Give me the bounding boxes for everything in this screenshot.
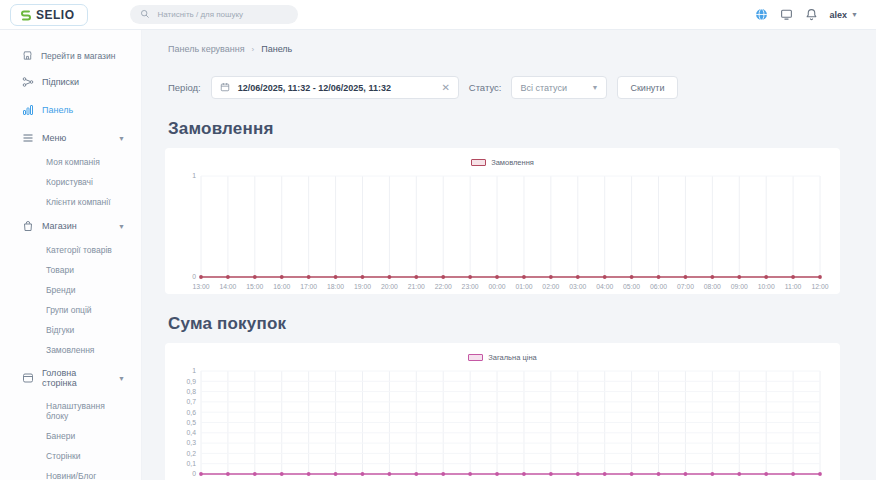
breadcrumb-item[interactable]: Панель керування (168, 44, 245, 54)
sidebar-subitem[interactable]: Клієнти компанії (0, 192, 141, 212)
sidebar-subitem[interactable]: Категорії товарів (0, 240, 141, 260)
svg-text:21:00: 21:00 (408, 283, 425, 290)
go-to-store-link[interactable]: Перейти в магазин (22, 50, 141, 62)
filters-bar: Період: 12/06/2025, 11:32 - 12/06/2025, … (168, 76, 876, 99)
main-content: Панель керування›Панель Період: 12/06/20… (142, 30, 876, 480)
sidebar-subitem[interactable]: Замовлення (0, 340, 141, 360)
sidebar-item-3[interactable]: Магазин▼ (0, 212, 141, 240)
orders-chart-legend: Замовлення (173, 154, 832, 170)
legend-swatch (468, 354, 483, 361)
sidebar-item-label: Меню (42, 133, 110, 143)
legend-label: Замовлення (491, 158, 534, 167)
purchases-chart-legend: Загальна ціна (173, 349, 832, 365)
svg-text:14:00: 14:00 (219, 283, 236, 290)
svg-text:1: 1 (192, 172, 196, 179)
svg-text:0,1: 0,1 (187, 460, 197, 467)
chevron-down-icon: ▼ (118, 375, 125, 382)
monitor-icon[interactable] (780, 8, 793, 21)
logo-text: SELIO (36, 8, 75, 22)
period-date-input[interactable]: 12/06/2025, 11:32 - 12/06/2025, 11:32 ✕ (211, 76, 459, 99)
menu-lines-icon (22, 132, 34, 144)
svg-text:15:00: 15:00 (246, 283, 263, 290)
sidebar-item-label: Головна сторінка (42, 368, 110, 388)
svg-text:16:00: 16:00 (273, 283, 290, 290)
purchases-chart: 10,90,80,70,60,50,40,30,20,1013:0014:001… (173, 365, 832, 480)
reset-button[interactable]: Скинути (617, 76, 677, 99)
breadcrumb-separator: › (252, 45, 255, 54)
orders-chart: 1013:0014:0015:0016:0017:0018:0019:0020:… (173, 170, 832, 292)
sidebar-subitem[interactable]: Бренди (0, 280, 141, 300)
svg-text:23:00: 23:00 (462, 283, 479, 290)
svg-text:0,7: 0,7 (187, 398, 197, 405)
sidebar-subitem[interactable]: Групи опцій (0, 300, 141, 320)
sidebar-item-0[interactable]: Підписки (0, 68, 141, 96)
svg-text:00:00: 00:00 (489, 283, 506, 290)
svg-text:0,2: 0,2 (187, 450, 197, 457)
sidebar-item-label: Магазин (42, 221, 110, 231)
svg-text:09:00: 09:00 (731, 283, 748, 290)
status-label: Статус: (469, 82, 502, 93)
sidebar: Перейти в магазин ПідпискиПанельМеню▼Моя… (0, 30, 142, 480)
svg-text:0,3: 0,3 (187, 439, 197, 446)
sidebar-subitem[interactable]: Сторінки (0, 446, 141, 466)
search-input[interactable]: Натисніть / для пошуку (130, 5, 298, 24)
storefront-icon (22, 50, 34, 62)
chevron-down-icon: ▼ (851, 11, 858, 18)
chevron-down-icon: ▼ (118, 223, 125, 230)
user-menu[interactable]: alex ▼ (830, 10, 858, 20)
legend-label: Загальна ціна (488, 353, 536, 362)
status-select[interactable]: Всі статуси ▼ (511, 76, 607, 99)
svg-text:0,6: 0,6 (187, 409, 197, 416)
shopping-bag-icon (22, 220, 34, 232)
svg-text:11:00: 11:00 (785, 283, 802, 290)
svg-text:18:00: 18:00 (327, 283, 344, 290)
purchases-section-title: Сума покупок (168, 314, 876, 334)
sidebar-nav: ПідпискиПанельМеню▼Моя компаніяКористува… (0, 68, 141, 480)
app-logo[interactable]: SELIO (10, 4, 88, 26)
svg-text:0,4: 0,4 (187, 429, 197, 436)
sidebar-item-1[interactable]: Панель (0, 96, 141, 124)
breadcrumb: Панель керування›Панель (168, 44, 876, 54)
period-value: 12/06/2025, 11:32 - 12/06/2025, 11:32 (238, 83, 436, 93)
sidebar-subitem[interactable]: Товари (0, 260, 141, 280)
svg-text:20:00: 20:00 (381, 283, 398, 290)
share-nodes-icon (22, 76, 34, 88)
app-header: SELIO Натисніть / для пошуку alex ▼ (0, 0, 876, 30)
sidebar-subitem[interactable]: Користувачі (0, 172, 141, 192)
go-to-store-label: Перейти в магазин (41, 51, 115, 61)
svg-text:0: 0 (192, 273, 196, 280)
calendar-icon (220, 82, 232, 94)
bar-chart-icon (22, 104, 34, 116)
orders-section-title: Замовлення (168, 119, 876, 139)
breadcrumb-item[interactable]: Панель (261, 44, 292, 54)
purchases-chart-card: Загальна ціна 10,90,80,70,60,50,40,30,20… (165, 343, 840, 480)
period-label: Період: (168, 82, 201, 93)
chevron-down-icon: ▼ (592, 84, 599, 91)
sidebar-subitem[interactable]: Новини/Блог (0, 466, 141, 480)
svg-text:1: 1 (192, 367, 196, 374)
svg-text:08:00: 08:00 (704, 283, 721, 290)
status-value: Всі статуси (520, 83, 591, 93)
svg-text:02:00: 02:00 (542, 283, 559, 290)
svg-text:19:00: 19:00 (354, 283, 371, 290)
search-icon (140, 9, 152, 21)
clear-period-icon[interactable]: ✕ (441, 82, 449, 93)
sidebar-subitem[interactable]: Банери (0, 426, 141, 446)
sidebar-item-2[interactable]: Меню▼ (0, 124, 141, 152)
sidebar-item-label: Панель (42, 105, 129, 115)
bell-icon[interactable] (805, 8, 818, 21)
svg-text:07:00: 07:00 (677, 283, 694, 290)
globe-icon[interactable] (755, 8, 768, 21)
chevron-down-icon: ▼ (118, 135, 125, 142)
sidebar-item-4[interactable]: Головна сторінка▼ (0, 360, 141, 396)
sidebar-subitem[interactable]: Відгуки (0, 320, 141, 340)
sidebar-subitem[interactable]: Налаштування блоку (0, 396, 141, 426)
user-name: alex (830, 10, 848, 20)
svg-text:0,9: 0,9 (187, 378, 197, 385)
svg-text:12:00: 12:00 (811, 283, 828, 290)
sidebar-subitem[interactable]: Моя компанія (0, 152, 141, 172)
svg-text:17:00: 17:00 (300, 283, 317, 290)
sidebar-item-label: Підписки (42, 77, 129, 87)
svg-text:0,5: 0,5 (187, 419, 197, 426)
header-actions: alex ▼ (755, 8, 876, 21)
